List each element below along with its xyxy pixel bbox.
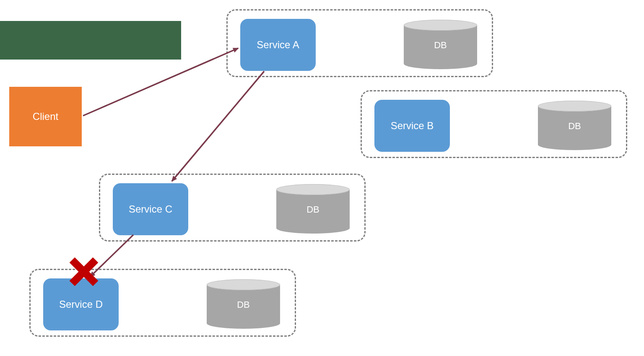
group-service-a: Service A DB bbox=[226, 9, 493, 77]
db-a-label: DB bbox=[404, 40, 477, 51]
client-node: Client bbox=[9, 87, 82, 146]
service-c-node: Service C bbox=[113, 183, 188, 235]
service-a-node: Service A bbox=[240, 19, 316, 71]
service-b-label: Service B bbox=[391, 120, 434, 132]
decor-green-bar bbox=[0, 21, 181, 60]
db-b-label: DB bbox=[538, 121, 611, 132]
db-d-label: DB bbox=[207, 299, 280, 310]
db-c-node: DB bbox=[276, 184, 350, 234]
db-d-node: DB bbox=[207, 279, 280, 329]
service-d-label: Service D bbox=[59, 299, 103, 310]
group-service-d: Service D DB bbox=[29, 269, 296, 337]
edge-a-to-c bbox=[172, 71, 264, 181]
client-label: Client bbox=[33, 111, 58, 122]
group-service-c: Service C DB bbox=[99, 174, 366, 242]
db-a-node: DB bbox=[404, 20, 477, 69]
service-c-label: Service C bbox=[129, 203, 172, 215]
db-b-node: DB bbox=[538, 101, 611, 150]
service-d-node: Service D bbox=[43, 278, 119, 330]
diagram-canvas: Client Service A DB Service B DB Service… bbox=[0, 0, 644, 356]
service-a-label: Service A bbox=[257, 39, 299, 51]
group-service-b: Service B DB bbox=[361, 90, 627, 158]
service-b-node: Service B bbox=[374, 100, 450, 152]
db-c-label: DB bbox=[276, 204, 350, 215]
